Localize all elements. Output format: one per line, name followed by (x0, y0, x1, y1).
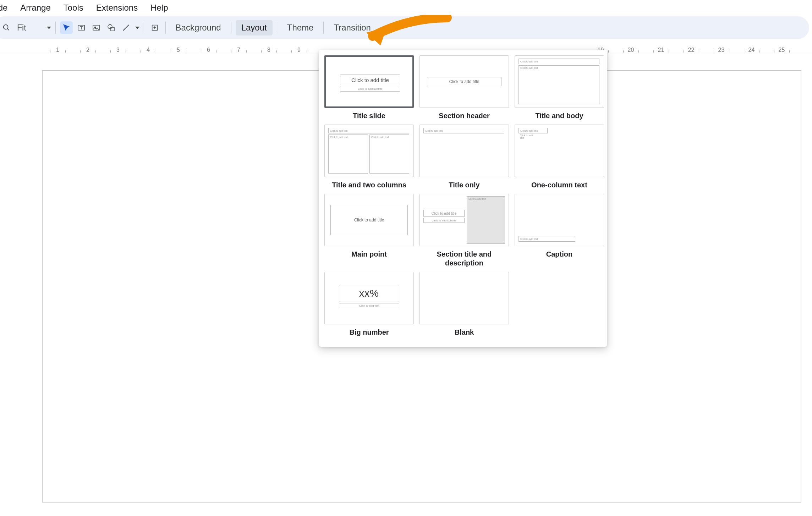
separator (277, 22, 277, 34)
title-placeholder: Click to add title (423, 128, 504, 133)
shape-icon[interactable] (105, 21, 117, 34)
separator (231, 22, 231, 34)
ruler-mark: 24 (736, 47, 767, 53)
title-placeholder: Click to add title (423, 210, 465, 217)
ruler-mark: 8 (254, 47, 284, 53)
layout-label: Title only (449, 181, 479, 190)
svg-point-0 (4, 25, 8, 29)
menu-arrange[interactable]: Arrange (16, 1, 55, 14)
layout-thumb: xx% Click to add text (324, 272, 414, 324)
layout-thumb: Click to add title Click to add text Cli… (324, 125, 414, 177)
layout-thumb: Click to add title (419, 55, 509, 108)
layout-label: Big number (349, 328, 389, 337)
menu-tools[interactable]: Tools (59, 1, 88, 14)
ruler-mark: 25 (767, 47, 797, 53)
ruler-mark: 20 (616, 47, 646, 53)
chevron-down-icon (47, 27, 51, 29)
ruler-mark: 22 (676, 47, 706, 53)
layout-label: Title slide (353, 111, 385, 120)
ruler-mark: 5 (163, 47, 193, 53)
title-placeholder: Click to add title (328, 128, 409, 133)
menubar: lide Arrange Tools Extensions Help (0, 0, 812, 16)
layout-option-title-body[interactable]: Click to add title Click to add text Tit… (515, 55, 604, 120)
menu-slide[interactable]: lide (0, 1, 12, 14)
ruler-mark: 3 (103, 47, 133, 53)
layout-option-caption[interactable]: Click to add text Caption (515, 194, 604, 268)
layout-option-blank[interactable]: Blank (419, 272, 509, 337)
select-tool-icon[interactable] (60, 21, 73, 34)
layout-dropdown-panel: Click to add title Click to add subtitle… (319, 50, 607, 347)
background-button[interactable]: Background (170, 20, 227, 35)
subtitle-placeholder: Click to add subtitle (423, 218, 465, 223)
title-placeholder: Click to add title (427, 77, 501, 86)
layout-label: Main point (351, 250, 387, 259)
separator (323, 22, 324, 34)
zoom-value: Fit (15, 23, 28, 33)
svg-rect-6 (111, 27, 114, 31)
separator (55, 22, 56, 34)
layout-option-section-title-desc[interactable]: Click to add title Click to add subtitle… (419, 194, 509, 268)
ruler-mark: 2 (73, 47, 103, 53)
layout-label: Blank (455, 328, 474, 337)
layout-label: Title and two columns (332, 181, 406, 190)
zoom-control[interactable]: Fit (15, 23, 51, 33)
layout-thumb: Click to add title (419, 125, 509, 177)
layout-option-section-header[interactable]: Click to add title Section header (419, 55, 509, 120)
ruler-mark: 6 (193, 47, 224, 53)
ruler-mark: 21 (646, 47, 676, 53)
layout-option-main-point[interactable]: Click to add title Main point (324, 194, 414, 268)
layout-label: One-column text (531, 181, 587, 190)
annotation-arrow-icon (366, 15, 454, 47)
ruler-mark: 9 (284, 47, 314, 53)
layout-thumb: Click to add title (324, 194, 414, 246)
title-placeholder: Click to add title (519, 128, 548, 133)
layout-option-title-slide[interactable]: Click to add title Click to add subtitle… (324, 55, 414, 120)
big-number-text: xx% (359, 288, 379, 299)
menu-help[interactable]: Help (146, 1, 172, 14)
title-placeholder: Click to add title (340, 75, 400, 85)
svg-line-7 (123, 25, 129, 31)
body-placeholder-left: Click to add text (328, 135, 368, 174)
big-number-placeholder: xx% (339, 285, 399, 302)
image-icon[interactable] (90, 21, 103, 34)
body-placeholder: Click to add text (519, 135, 536, 139)
menu-extensions[interactable]: Extensions (92, 1, 142, 14)
layout-label: Caption (546, 250, 572, 259)
search-icon[interactable] (0, 21, 13, 34)
layout-thumb: Click to add title Click to add text (515, 55, 604, 108)
ruler-mark: 23 (706, 47, 736, 53)
layout-option-big-number[interactable]: xx% Click to add text Big number (324, 272, 414, 337)
separator (144, 22, 144, 34)
separator (165, 22, 166, 34)
layout-label: Section title and description (425, 250, 503, 268)
svg-point-5 (108, 24, 112, 29)
body-placeholder: Click to add text (519, 236, 575, 242)
title-placeholder: Click to add title (519, 59, 599, 64)
new-slide-icon[interactable] (148, 21, 161, 34)
line-tool[interactable] (120, 21, 139, 34)
layout-button[interactable]: Layout (236, 20, 273, 35)
ruler-mark: 7 (224, 47, 254, 53)
ruler-mark: 4 (133, 47, 163, 53)
body-placeholder: Click to add text (339, 303, 399, 308)
image-placeholder: Click to add text (467, 196, 505, 244)
layout-thumb: Click to add title Click to add subtitle… (419, 194, 509, 246)
layout-option-title-only[interactable]: Click to add title Title only (419, 125, 509, 190)
chevron-down-icon (135, 27, 139, 29)
layout-label: Title and body (535, 111, 583, 120)
subtitle-placeholder: Click to add subtitle (340, 86, 400, 92)
theme-button[interactable]: Theme (281, 20, 319, 35)
text-box-icon[interactable] (75, 21, 88, 34)
title-placeholder: Click to add title (330, 205, 408, 235)
layout-thumb: Click to add text (515, 194, 604, 246)
body-placeholder-right: Click to add text (369, 135, 409, 174)
layout-thumb: Click to add title Click to add text (515, 125, 604, 177)
body-placeholder: Click to add text (519, 65, 599, 104)
svg-line-1 (7, 29, 9, 31)
layout-thumb (419, 272, 509, 324)
layout-thumb: Click to add title Click to add subtitle (324, 55, 414, 108)
line-icon (120, 21, 132, 34)
layout-option-title-two-cols[interactable]: Click to add title Click to add text Cli… (324, 125, 414, 190)
layout-label: Section header (439, 111, 489, 120)
layout-option-one-column[interactable]: Click to add title Click to add text One… (515, 125, 604, 190)
